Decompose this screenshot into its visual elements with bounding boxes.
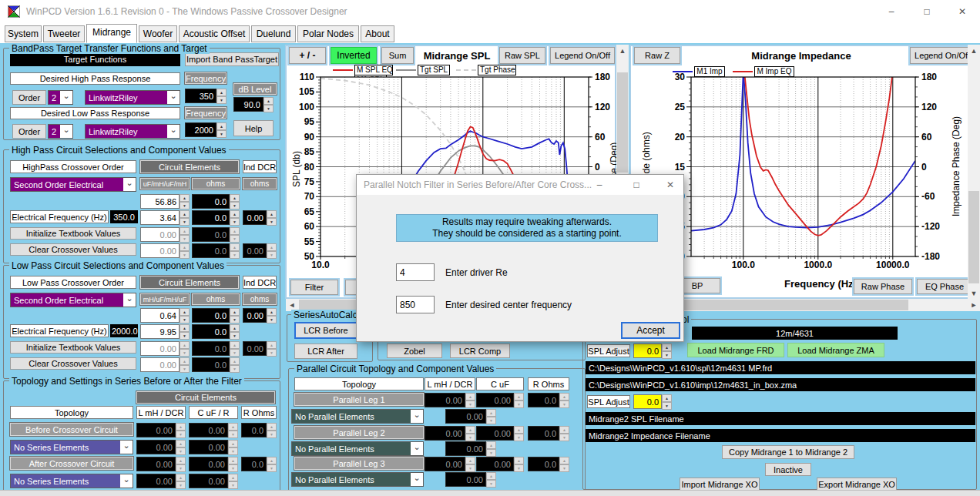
maximize-button[interactable]: □	[909, 0, 945, 23]
spinner-buttons[interactable]	[228, 440, 238, 454]
hp-initialize-textbook-button[interactable]: Initialize Textbook Values	[10, 227, 136, 240]
scrollbar-thumb[interactable]	[968, 191, 979, 283]
tab-acoustic-offset[interactable]: Acoustic Offset	[179, 25, 250, 42]
spinner-buttons[interactable]	[465, 457, 475, 471]
spinner-buttons[interactable]	[486, 441, 496, 456]
after2-l-spinner[interactable]: 0.00	[136, 474, 186, 488]
spinner-buttons[interactable]	[230, 341, 240, 356]
hp-r4-spinner[interactable]: 0.0	[192, 243, 240, 258]
copy-midrange-button[interactable]: Copy Midrange 1 to Midrange 2	[722, 445, 854, 459]
chevron-down-icon[interactable]	[167, 125, 180, 138]
lp-frequency-spinner[interactable]: 2000	[185, 122, 227, 137]
hp-dcr2-spinner[interactable]: 0.00	[243, 210, 277, 225]
spinner-buttons[interactable]	[267, 341, 277, 356]
before-c-spinner[interactable]: 0.00	[189, 423, 238, 437]
tab-polar-nodes[interactable]: Polar Nodes	[297, 25, 359, 42]
spinner-buttons[interactable]	[267, 210, 277, 225]
hp-r1-spinner[interactable]: 0.0	[192, 194, 240, 209]
spinner-buttons[interactable]	[465, 393, 475, 407]
spinner-buttons[interactable]	[662, 344, 672, 358]
leg1-l-spinner[interactable]: 0.00	[425, 393, 475, 407]
before2-c-spinner[interactable]: 0.00	[189, 440, 238, 454]
raw-phase-button[interactable]: Raw Phase	[854, 279, 912, 294]
spinner-buttons[interactable]	[662, 394, 672, 409]
leg2b-spinner[interactable]: 0.00	[445, 441, 496, 456]
driver-re-input[interactable]	[396, 263, 435, 281]
leg1b-spinner[interactable]: 0.00	[445, 409, 496, 424]
lp-c1-spinner[interactable]: 0.64	[140, 308, 190, 323]
spinner-buttons[interactable]	[230, 308, 240, 323]
hp-dcr4-spinner[interactable]: 0.00	[243, 243, 277, 258]
lp-order-type-select[interactable]: Second Order Electrical	[10, 293, 136, 307]
lp-initialize-textbook-button[interactable]: Initialize Textbook Values	[10, 341, 136, 354]
spl-legend-toggle-button[interactable]: Legend On/Off	[550, 47, 615, 64]
spinner-buttons[interactable]	[486, 409, 496, 424]
spinner-buttons[interactable]	[230, 227, 240, 242]
before-series-elements-select[interactable]: No Series Elements	[10, 440, 133, 454]
load-midrange-zma-button[interactable]: Load Midrange ZMA	[787, 343, 884, 357]
chevron-down-icon[interactable]	[411, 473, 423, 486]
import-bandpass-target-button[interactable]: Import Band PassTarget	[185, 52, 279, 66]
spinner-buttons[interactable]	[267, 308, 277, 323]
spinner-buttons[interactable]	[180, 357, 190, 372]
spinner-buttons[interactable]	[514, 457, 524, 471]
lcr-comp-button[interactable]: LCR Comp	[450, 344, 510, 358]
spinner-buttons[interactable]	[180, 308, 190, 323]
sum-button[interactable]: Sum	[381, 47, 414, 64]
lp-r1-spinner[interactable]: 0.0	[192, 308, 240, 323]
close-button[interactable]: ✕	[945, 0, 980, 23]
lp-dcr1-spinner[interactable]: 0.00	[243, 308, 277, 323]
leg3-l-spinner[interactable]: 0.00	[425, 457, 475, 471]
leg1-elements-select[interactable]: No Parallel Elements	[291, 409, 424, 424]
hp-r2-spinner[interactable]: 0.0	[192, 210, 240, 225]
lp-dcr3-spinner[interactable]: 0.00	[243, 341, 277, 356]
hp-c4-spinner[interactable]: 0.00	[140, 243, 190, 258]
dialog-close-button[interactable]: ✕	[659, 175, 682, 195]
filter-button[interactable]: Filter	[290, 280, 338, 295]
chevron-down-icon[interactable]	[123, 178, 136, 191]
chevron-down-icon[interactable]	[167, 91, 180, 104]
imp-legend-toggle-button[interactable]: Legend On/Off	[910, 47, 975, 64]
hp-c2-spinner[interactable]: 3.64	[140, 210, 190, 225]
spinner-buttons[interactable]	[176, 457, 186, 471]
chevron-down-icon[interactable]	[120, 441, 133, 454]
hp-c3-spinner[interactable]: 0.00	[140, 227, 190, 242]
spinner-buttons[interactable]	[514, 393, 524, 407]
lp-clear-crossover-button[interactable]: Clear Crossover Values	[10, 357, 136, 370]
chevron-down-icon[interactable]	[120, 474, 133, 488]
window-bottom-scrollbar[interactable]	[0, 490, 980, 496]
raw-spl-button[interactable]: Raw SPL	[499, 47, 545, 64]
lp-r2-spinner[interactable]: 0.0	[192, 324, 240, 339]
spinner-buttons[interactable]	[559, 426, 569, 441]
spinner-buttons[interactable]	[559, 457, 569, 471]
tab-about[interactable]: About	[361, 25, 394, 42]
spinner-buttons[interactable]	[228, 474, 238, 488]
leg2-c-spinner[interactable]: 0.00	[476, 426, 524, 441]
hp-c1-spinner[interactable]: 56.86	[140, 194, 190, 209]
spinner-buttons[interactable]	[180, 227, 190, 242]
spinner-buttons[interactable]	[228, 457, 238, 471]
lp-c3-spinner[interactable]: 0.00	[140, 341, 190, 356]
plus-minus-button[interactable]: + / -	[289, 47, 326, 64]
leg3b-spinner[interactable]: 0.00	[445, 472, 496, 487]
lcr-after-button[interactable]: LCR After	[294, 344, 357, 359]
raw-z-button[interactable]: Raw Z	[634, 47, 680, 64]
hp-r3-spinner[interactable]: 0.0	[192, 227, 240, 242]
chevron-down-icon[interactable]	[60, 125, 72, 138]
chevron-down-icon[interactable]	[123, 293, 136, 307]
hp-clear-crossover-button[interactable]: Clear Crossover Values	[10, 243, 136, 256]
lp-c4-spinner[interactable]: 0.00	[140, 357, 190, 372]
chevron-down-icon[interactable]	[60, 91, 72, 104]
tab-system[interactable]: System	[5, 25, 42, 42]
dialog-minimize-button[interactable]: –	[588, 175, 611, 195]
spinner-buttons[interactable]	[465, 426, 475, 441]
export-midrange-xo-button[interactable]: Export Midrange XO	[817, 478, 897, 491]
inactive-button[interactable]: Inactive	[765, 463, 811, 476]
leg3-r-spinner[interactable]: 0.0	[528, 457, 569, 471]
leg2-l-spinner[interactable]: 0.00	[425, 426, 475, 441]
spinner-buttons[interactable]	[486, 472, 496, 487]
spinner-buttons[interactable]	[176, 423, 186, 437]
imp-vertical-scrollbar[interactable]: ▲ ▼	[968, 45, 980, 299]
spinner-buttons[interactable]	[180, 341, 190, 356]
after-c-spinner[interactable]: 0.00	[189, 457, 238, 471]
